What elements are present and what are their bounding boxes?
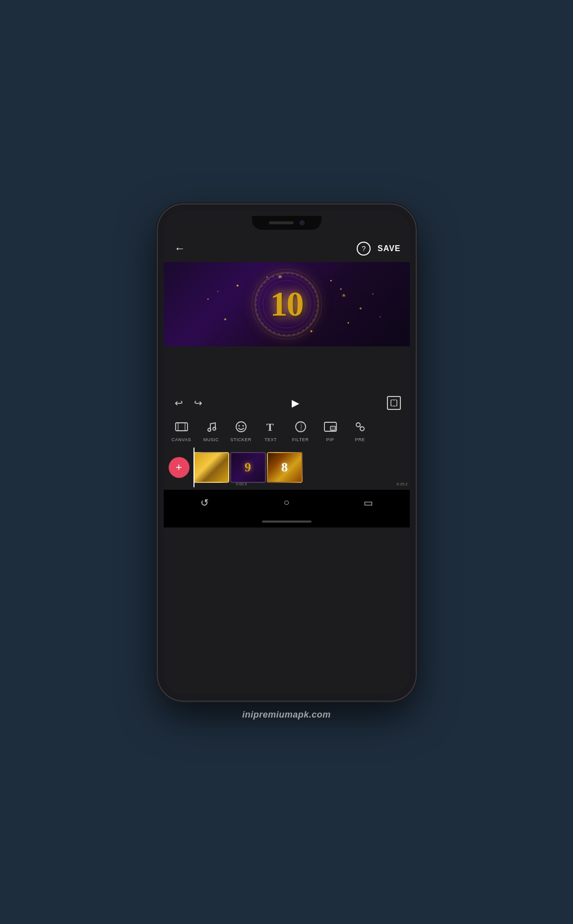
nav-back-button[interactable]: ↺	[194, 493, 214, 513]
pre-icon	[351, 418, 369, 436]
svg-point-28	[242, 425, 244, 426]
svg-point-11	[217, 291, 218, 292]
app-content: ← ? SAVE	[164, 235, 410, 695]
phone-notch	[252, 216, 321, 230]
pip-label: PIP	[326, 437, 334, 442]
tool-pre[interactable]: PRE	[347, 418, 373, 442]
tool-pip[interactable]: PIP	[318, 418, 343, 442]
timeline-clip-1[interactable]	[193, 452, 229, 483]
clip-number-9: 9	[245, 460, 251, 475]
svg-point-13	[380, 316, 381, 317]
music-label: MUSIC	[203, 437, 219, 442]
tool-music[interactable]: MUSIC	[198, 418, 224, 442]
music-icon	[202, 418, 220, 436]
nav-home-button[interactable]: ○	[276, 493, 296, 513]
nav-recent-button[interactable]: ▭	[359, 493, 379, 513]
timeline-area: + 9 8	[164, 445, 410, 490]
countdown-display: 10	[270, 284, 303, 324]
svg-point-34	[360, 427, 364, 431]
nav-right-group: ? SAVE	[357, 242, 400, 256]
time-start-label: 0:00.5	[236, 482, 247, 486]
sticker-icon	[232, 418, 250, 436]
svg-point-12	[330, 279, 331, 281]
tool-text[interactable]: T TEXT	[258, 418, 284, 442]
bottom-navigation: ↺ ○ ▭	[164, 490, 410, 516]
empty-area	[164, 346, 410, 391]
fullscreen-icon	[390, 399, 397, 406]
time-end-label: 0:15.2	[396, 482, 407, 486]
home-indicator-bar	[262, 521, 312, 523]
svg-text:T: T	[266, 421, 274, 433]
svg-point-25	[213, 427, 216, 430]
timeline-clips[interactable]: 9 8 0:00.5 0:15.2	[193, 448, 410, 487]
canvas-icon	[173, 418, 191, 436]
notch-camera	[300, 220, 305, 225]
tool-canvas[interactable]: CANVAS	[169, 418, 194, 442]
svg-point-24	[208, 428, 211, 431]
clip-number-8: 8	[281, 460, 288, 475]
pre-label: PRE	[355, 437, 365, 442]
video-preview-wrapper: 10	[164, 262, 410, 346]
help-button[interactable]: ?	[357, 242, 371, 256]
top-navigation: ← ? SAVE	[164, 235, 410, 262]
svg-marker-15	[341, 293, 345, 297]
home-indicator	[164, 516, 410, 528]
svg-rect-21	[176, 423, 188, 431]
redo-button[interactable]: ↪	[192, 395, 204, 411]
undo-redo-group: ↩ ↪	[173, 395, 204, 411]
fullscreen-button[interactable]	[387, 396, 401, 410]
play-button[interactable]: ▶	[292, 397, 299, 409]
svg-point-2	[236, 284, 238, 286]
canvas-label: CANVAS	[172, 437, 191, 442]
back-button[interactable]: ←	[173, 240, 188, 257]
controls-row: ↩ ↪ ▶	[164, 391, 410, 415]
notch-speaker	[269, 221, 294, 224]
pip-icon	[321, 418, 339, 436]
svg-point-27	[238, 425, 240, 426]
add-clip-button[interactable]: +	[169, 457, 190, 478]
playhead	[193, 448, 194, 487]
editing-toolbar: CANVAS MUSIC	[164, 415, 410, 445]
svg-rect-32	[330, 426, 335, 430]
svg-point-7	[207, 298, 208, 300]
svg-point-3	[340, 288, 341, 289]
filter-icon	[292, 418, 310, 436]
filter-label: FILTER	[292, 437, 309, 442]
time-labels: 0:00.5 0:15.2	[234, 482, 410, 486]
timeline-clip-3[interactable]: 8	[267, 452, 303, 483]
svg-point-6	[224, 318, 226, 320]
svg-point-26	[236, 422, 246, 432]
svg-line-35	[360, 426, 361, 427]
tool-filter[interactable]: FILTER	[288, 418, 314, 442]
text-icon: T	[262, 418, 280, 436]
svg-point-5	[347, 322, 349, 323]
text-label: TEXT	[264, 437, 277, 442]
svg-point-33	[356, 423, 360, 427]
phone-status-bar	[164, 210, 410, 235]
svg-point-4	[359, 307, 361, 309]
save-button[interactable]: SAVE	[378, 244, 400, 253]
svg-point-8	[372, 293, 373, 294]
svg-rect-16	[391, 400, 397, 406]
watermark: inipremiumapk.com	[242, 710, 331, 720]
video-preview[interactable]: 10	[164, 262, 410, 346]
tool-sticker[interactable]: STICKER	[228, 418, 254, 442]
sticker-label: STICKER	[230, 437, 252, 442]
timeline-clip-2[interactable]: 9	[230, 452, 266, 483]
undo-button[interactable]: ↩	[173, 395, 185, 411]
